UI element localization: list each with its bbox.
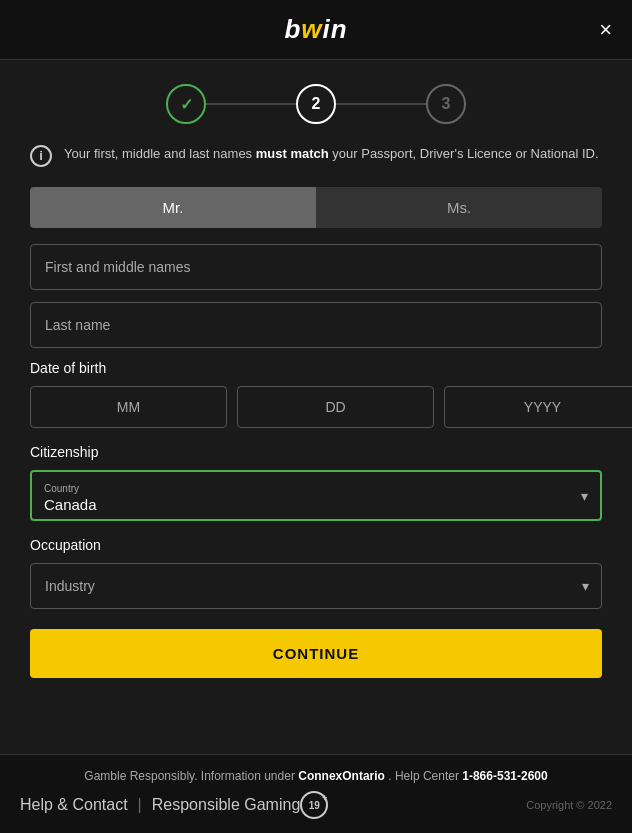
citizenship-label: Citizenship xyxy=(30,444,602,460)
age-badge: 19 xyxy=(300,791,328,819)
step-2: 2 xyxy=(296,84,336,124)
header: bwin × xyxy=(0,0,632,60)
footer-main-text: Gamble Responsibly. Information under Co… xyxy=(20,769,612,783)
close-button[interactable]: × xyxy=(599,19,612,41)
country-select[interactable]: Country Canada ▾ xyxy=(30,470,602,521)
step-1: ✓ xyxy=(166,84,206,124)
occupation-section: Occupation Industry ▾ xyxy=(30,537,602,609)
continue-button[interactable]: CONTINUE xyxy=(30,629,602,678)
info-text: Your first, middle and last names must m… xyxy=(64,144,599,164)
ms-button[interactable]: Ms. xyxy=(316,187,602,228)
country-value: Canada xyxy=(44,496,560,513)
logo: bwin xyxy=(284,14,347,45)
title-toggle: Mr. Ms. xyxy=(30,187,602,228)
industry-value: Industry xyxy=(45,578,95,594)
footer-bottom: Help & Contact | Responsible Gaming 19 C… xyxy=(20,791,612,819)
dob-mm-input[interactable] xyxy=(30,386,227,428)
citizenship-section: Citizenship Country Canada ▾ xyxy=(30,444,602,521)
first-middle-name-input[interactable] xyxy=(30,244,602,290)
last-name-input[interactable] xyxy=(30,302,602,348)
step-line-1 xyxy=(206,103,296,105)
industry-select[interactable]: Industry ▾ xyxy=(30,563,602,609)
occupation-label: Occupation xyxy=(30,537,602,553)
copyright-text: Copyright © 2022 xyxy=(526,799,612,811)
dob-row xyxy=(30,386,602,428)
dob-dd-input[interactable] xyxy=(237,386,434,428)
footer-separator-1: | xyxy=(138,796,142,814)
footer: Gamble Responsibly. Information under Co… xyxy=(0,754,632,833)
info-icon: i xyxy=(30,145,52,167)
help-contact-link[interactable]: Help & Contact xyxy=(20,796,128,814)
dob-yyyy-input[interactable] xyxy=(444,386,632,428)
step-3: 3 xyxy=(426,84,466,124)
content-area: i Your first, middle and last names must… xyxy=(0,144,632,754)
responsible-gaming-link[interactable]: Responsible Gaming xyxy=(152,796,301,814)
industry-chevron-icon: ▾ xyxy=(582,578,589,594)
industry-select-wrapper[interactable]: Industry ▾ xyxy=(30,563,602,609)
country-chevron-icon: ▾ xyxy=(581,488,588,504)
info-box: i Your first, middle and last names must… xyxy=(30,144,602,167)
stepper: ✓ 2 3 xyxy=(0,60,632,144)
mr-button[interactable]: Mr. xyxy=(30,187,316,228)
country-label: Country xyxy=(44,483,79,494)
dob-label: Date of birth xyxy=(30,360,602,376)
country-select-wrapper[interactable]: Country Canada ▾ xyxy=(30,470,602,521)
step-line-2 xyxy=(336,103,426,105)
